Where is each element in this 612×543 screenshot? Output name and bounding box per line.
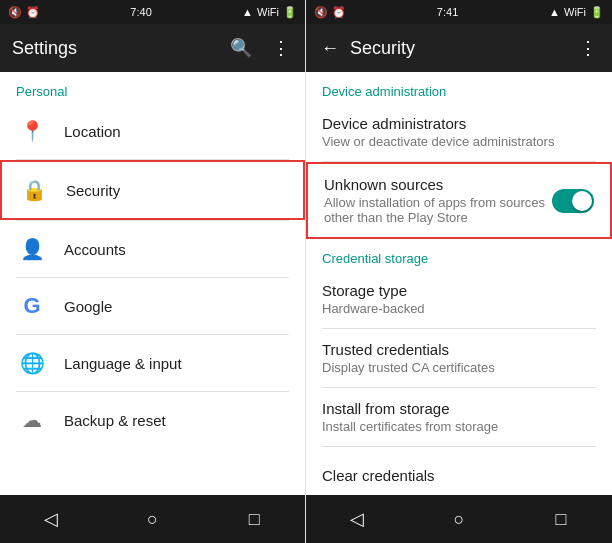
left-status-icons-right: ▲ WiFi 🔋 bbox=[242, 6, 297, 19]
credential-storage-section-header: Credential storage bbox=[306, 239, 612, 270]
back-button[interactable]: ◁ bbox=[27, 495, 75, 543]
security-item[interactable]: 🔒 Security bbox=[0, 160, 305, 220]
location-title: Location bbox=[64, 123, 289, 140]
left-status-icons-left: 🔇 ⏰ bbox=[8, 6, 40, 19]
security-icon: 🔒 bbox=[18, 174, 50, 206]
language-item[interactable]: 🌐 Language & input bbox=[0, 335, 305, 391]
left-toolbar-title: Settings bbox=[12, 38, 229, 59]
battery-icon: 🔋 bbox=[283, 6, 297, 19]
install-from-storage-item[interactable]: Install from storage Install certificate… bbox=[306, 388, 612, 446]
right-toolbar-title: Security bbox=[350, 38, 576, 59]
location-item[interactable]: 📍 Location bbox=[0, 103, 305, 159]
right-status-icons-left: 🔇 ⏰ bbox=[314, 6, 346, 19]
unknown-sources-subtitle: Allow installation of apps from sources … bbox=[324, 195, 552, 225]
more-button[interactable]: ⋮ bbox=[269, 36, 293, 60]
toggle-knob bbox=[572, 191, 592, 211]
alarm-icon: ⏰ bbox=[26, 6, 40, 19]
backup-title: Backup & reset bbox=[64, 412, 289, 429]
trusted-credentials-title: Trusted credentials bbox=[322, 341, 596, 358]
accounts-title: Accounts bbox=[64, 241, 289, 258]
right-signal-icon: ▲ bbox=[549, 6, 560, 18]
right-more-button[interactable]: ⋮ bbox=[576, 36, 600, 60]
right-recents-button[interactable]: □ bbox=[537, 495, 585, 543]
security-title: Security bbox=[66, 182, 287, 199]
right-settings-list: Device administration Device administrat… bbox=[306, 72, 612, 495]
right-nav-bar: ◁ ○ □ bbox=[306, 495, 612, 543]
trusted-credentials-item[interactable]: Trusted credentials Display trusted CA c… bbox=[306, 329, 612, 387]
silent-icon: 🔇 bbox=[8, 6, 22, 19]
unknown-sources-item[interactable]: Unknown sources Allow installation of ap… bbox=[306, 162, 612, 239]
wifi-icon: WiFi bbox=[257, 6, 279, 18]
accounts-icon: 👤 bbox=[16, 233, 48, 265]
right-wifi-icon: WiFi bbox=[564, 6, 586, 18]
left-status-bar: 🔇 ⏰ 7:40 ▲ WiFi 🔋 bbox=[0, 0, 305, 24]
install-storage-title: Install from storage bbox=[322, 400, 596, 417]
left-toolbar-icons: 🔍 ⋮ bbox=[229, 36, 293, 60]
right-back-button[interactable]: ◁ bbox=[333, 495, 381, 543]
right-home-button[interactable]: ○ bbox=[435, 495, 483, 543]
signal-icon: ▲ bbox=[242, 6, 253, 18]
storage-type-title: Storage type bbox=[322, 282, 596, 299]
right-toolbar-icons: ⋮ bbox=[576, 36, 600, 60]
right-alarm-icon: ⏰ bbox=[332, 6, 346, 19]
language-title: Language & input bbox=[64, 355, 289, 372]
install-storage-subtitle: Install certificates from storage bbox=[322, 419, 596, 434]
left-nav-bar: ◁ ○ □ bbox=[0, 495, 305, 543]
right-status-bar: 🔇 ⏰ 7:41 ▲ WiFi 🔋 bbox=[306, 0, 612, 24]
unknown-sources-toggle[interactable] bbox=[552, 189, 594, 213]
right-toolbar: ← Security ⋮ bbox=[306, 24, 612, 72]
left-settings-list: Personal 📍 Location 🔒 Security 👤 bbox=[0, 72, 305, 495]
trusted-credentials-subtitle: Display trusted CA certificates bbox=[322, 360, 596, 375]
device-admin-section-header: Device administration bbox=[306, 72, 612, 103]
backup-item[interactable]: ☁ Backup & reset bbox=[0, 392, 305, 448]
device-admin-title: Device administrators bbox=[322, 115, 596, 132]
storage-type-subtitle: Hardware-backed bbox=[322, 301, 596, 316]
location-icon: 📍 bbox=[16, 115, 48, 147]
right-status-icons-right: ▲ WiFi 🔋 bbox=[549, 6, 604, 19]
device-administrators-item[interactable]: Device administrators View or deactivate… bbox=[306, 103, 612, 161]
right-status-time: 7:41 bbox=[437, 6, 458, 18]
clear-credentials-item[interactable]: Clear credentials bbox=[306, 447, 612, 495]
device-admin-subtitle: View or deactivate device administrators bbox=[322, 134, 596, 149]
storage-type-item[interactable]: Storage type Hardware-backed bbox=[306, 270, 612, 328]
accounts-item[interactable]: 👤 Accounts bbox=[0, 221, 305, 277]
backup-icon: ☁ bbox=[16, 404, 48, 436]
language-icon: 🌐 bbox=[16, 347, 48, 379]
unknown-sources-title: Unknown sources bbox=[324, 176, 552, 193]
right-silent-icon: 🔇 bbox=[314, 6, 328, 19]
recents-button[interactable]: □ bbox=[230, 495, 278, 543]
google-icon: G bbox=[16, 290, 48, 322]
back-nav-button[interactable]: ← bbox=[318, 36, 342, 60]
right-battery-icon: 🔋 bbox=[590, 6, 604, 19]
left-toolbar: Settings 🔍 ⋮ bbox=[0, 24, 305, 72]
google-item[interactable]: G Google bbox=[0, 278, 305, 334]
search-button[interactable]: 🔍 bbox=[229, 36, 253, 60]
left-status-time: 7:40 bbox=[130, 6, 151, 18]
home-button[interactable]: ○ bbox=[128, 495, 176, 543]
personal-section-header: Personal bbox=[0, 72, 305, 103]
google-title: Google bbox=[64, 298, 289, 315]
clear-credentials-title: Clear credentials bbox=[322, 467, 596, 484]
